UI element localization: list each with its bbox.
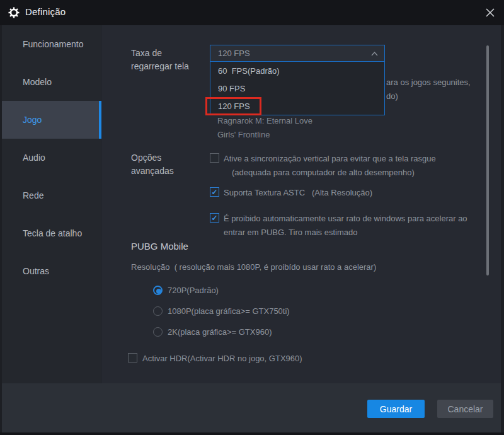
sidebar-item-label: Audio [23,153,45,163]
sidebar-item-label: Funcionamento [23,39,84,49]
window-edge-bottom [0,432,504,435]
sidebar-item-tecla-de-atalho[interactable]: Tecla de atalho [0,214,101,252]
refresh-rate-value: 120 FPS [210,49,250,58]
mouse-accel-checkbox-label-line1: É proibido automaticamente usar rato de … [224,214,467,224]
mouse-accel-checkbox-label-line2: entrar em PUBG. Tiro mais estimado [224,228,357,238]
refresh-rate-label-line2: regarregar tela [131,61,189,71]
resolution-radio-1080p-label: 1080P(placa gráfica>= GTX750ti) [168,306,290,316]
vsync-checkbox-label-line1: Ative a sincronização vertical para evit… [224,154,436,164]
window-edge-left [0,25,2,435]
sidebar-item-label: Outras [23,266,49,276]
gear-icon [8,7,20,18]
sidebar-item-funcionamento[interactable]: Funcionamento [0,25,101,63]
advanced-options-label-line2: avançadas [131,166,174,176]
vsync-hint-occluded-line2: do) [386,91,398,102]
scrollbar-thumb[interactable] [486,45,489,276]
sidebar-item-label: Modelo [23,77,52,87]
footer: Guardar Cancelar [0,383,504,432]
titlebar: Definição [0,0,504,25]
check-icon: ✓ [211,188,217,196]
resolution-radio-1080p[interactable] [153,306,163,316]
resolution-radio-2k-label: 2K(placa gráfica>= GTX960) [168,327,272,337]
vsync-checkbox[interactable]: ✓ [210,153,219,163]
hdr-checkbox[interactable]: ✓ [128,353,137,362]
refresh-rate-dropdown[interactable]: 120 FPS [210,45,385,62]
pubg-section-title: PUBG Mobile [131,241,188,252]
pubg-resolution-label: Resolução ( resolução mais 1080P, é proi… [131,262,376,272]
chevron-up-icon [371,52,378,56]
sidebar-item-outras[interactable]: Outras [0,252,101,290]
sidebar-item-modelo[interactable]: Modelo [0,63,101,101]
settings-window: Definição Funcionamento Modelo Jogo Audi… [0,0,504,435]
resolution-radio-720p[interactable] [153,286,163,295]
cancel-button[interactable]: Cancelar [437,400,493,418]
option-60fps[interactable]: 60 FPS(Padrão) [210,62,384,79]
sidebar-item-rede[interactable]: Rede [0,177,101,214]
astc-checkbox-label: Suporta Textura ASTC (Alta Resolução) [224,188,372,198]
annotation-red-box [205,97,261,115]
refresh-rate-label-line1: Taxa de [131,48,162,58]
astc-checkbox[interactable]: ✓ [210,187,219,197]
window-edge-right [501,25,504,435]
resolution-radio-2k[interactable] [153,327,163,337]
window-title: Definição [25,6,66,17]
sidebar-item-label: Rede [23,190,43,200]
vsync-hint-occluded-line1: ara os jogos segunites, [386,78,471,88]
vsync-checkbox-label-line2: (adequada para computador de alto desemp… [232,168,415,178]
resolution-radio-720p-label: 720P(Padrão) [168,286,219,296]
sidebar: Funcionamento Modelo Jogo Audio Rede Tec… [0,25,101,383]
game-list-item-girls-frontline: Girls' Frontline [217,130,270,140]
sidebar-item-jogo[interactable]: Jogo [0,101,101,139]
game-list-item-ragnarok: Ragnarok M: Eternal Love [217,116,312,126]
sidebar-item-label: Jogo [23,115,42,125]
sidebar-item-label: Tecla de atalho [23,228,82,238]
sidebar-item-audio[interactable]: Audio [0,139,101,177]
close-icon[interactable] [484,7,496,18]
mouse-accel-checkbox[interactable]: ✓ [210,213,219,223]
save-button[interactable]: Guardar [367,400,425,418]
advanced-options-label-line1: Opções [131,153,161,163]
option-90fps[interactable]: 90 FPS [210,79,384,97]
hdr-checkbox-label: Activar HDR(Activar HDR no jogo, GTX960) [142,354,302,364]
check-icon: ✓ [211,214,217,222]
